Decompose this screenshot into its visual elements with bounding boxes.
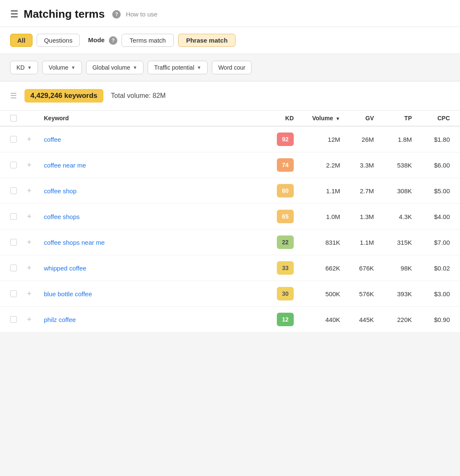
volume-cell: 2.2M [294, 162, 340, 169]
keyword-link[interactable]: blue bottle coffee [44, 290, 92, 298]
gv-cell: 26M [340, 136, 374, 143]
table-row: + coffee shops near me 22 831K 1.1M 315K… [0, 230, 460, 255]
tp-cell: 538K [374, 162, 412, 169]
row-checkbox[interactable] [10, 162, 27, 168]
page-title: Matching terms [24, 8, 105, 21]
volume-sort-arrow[interactable]: ▼ [336, 116, 340, 121]
keyword-count-badge: 4,429,246 keywords [24, 89, 103, 103]
kd-column-header: KD [256, 115, 294, 122]
keyword-table: Keyword KD Volume ▼ GV TP CPC + coffee 9… [0, 111, 460, 333]
how-to-use-link[interactable]: How to use [126, 11, 157, 18]
volume-filter[interactable]: Volume ▼ [42, 61, 82, 74]
cpc-cell: $3.00 [412, 290, 450, 298]
tp-cell: 308K [374, 187, 412, 195]
traffic-potential-dropdown-arrow: ▼ [197, 65, 201, 70]
add-keyword-icon[interactable]: + [27, 238, 44, 247]
row-checkbox[interactable] [10, 136, 27, 143]
row-checkbox[interactable] [10, 316, 27, 323]
tp-cell: 220K [374, 316, 412, 323]
add-keyword-icon[interactable]: + [27, 315, 44, 324]
add-keyword-icon[interactable]: + [27, 161, 44, 170]
kd-cell: 22 [256, 235, 294, 249]
kd-badge: 12 [277, 313, 294, 326]
cpc-cell: $4.00 [412, 213, 450, 220]
kd-badge: 92 [277, 133, 294, 146]
questions-button[interactable]: Questions [37, 34, 80, 47]
keyword-link[interactable]: coffee shops near me [44, 239, 105, 246]
summary-bar: ☰ 4,429,246 keywords Total volume: 82M [0, 81, 460, 111]
tp-column-header: TP [374, 115, 412, 122]
kd-cell: 92 [256, 133, 294, 146]
kd-badge: 74 [277, 158, 294, 172]
keyword-link[interactable]: coffee near me [44, 162, 86, 169]
keyword-link[interactable]: whipped coffee [44, 265, 87, 272]
terms-match-button[interactable]: Terms match [122, 34, 174, 47]
cpc-cell: $0.02 [412, 265, 450, 272]
table-header: Keyword KD Volume ▼ GV TP CPC [0, 111, 460, 127]
volume-cell: 1.1M [294, 187, 340, 195]
word-count-filter[interactable]: Word cour [212, 61, 252, 74]
kd-filter[interactable]: KD ▼ [10, 61, 38, 74]
tp-cell: 393K [374, 290, 412, 298]
kd-cell: 33 [256, 261, 294, 275]
phrase-match-button[interactable]: Phrase match [178, 34, 235, 47]
table-row: + philz coffee 12 440K 445K 220K $0.90 [0, 307, 460, 333]
kd-badge: 22 [277, 235, 294, 249]
cpc-cell: $6.00 [412, 162, 450, 169]
keyword-link[interactable]: coffee shop [44, 187, 76, 195]
kd-cell: 65 [256, 210, 294, 223]
table-row: + coffee near me 74 2.2M 3.3M 538K $6.00 [0, 152, 460, 178]
mode-help-icon[interactable]: ? [109, 36, 117, 45]
kd-badge: 33 [277, 261, 294, 275]
kd-badge: 65 [277, 210, 294, 223]
keyword-link[interactable]: philz coffee [44, 316, 76, 323]
volume-cell: 12M [294, 136, 340, 143]
select-all-checkbox[interactable] [10, 115, 27, 122]
table-row: + blue bottle coffee 30 500K 576K 393K $… [0, 281, 460, 307]
table-row: + coffee shops 65 1.0M 1.3M 4.3K $4.00 [0, 204, 460, 230]
help-icon[interactable]: ? [112, 10, 121, 19]
tp-cell: 315K [374, 239, 412, 246]
add-keyword-icon[interactable]: + [27, 264, 44, 273]
add-keyword-icon[interactable]: + [27, 187, 44, 195]
row-checkbox[interactable] [10, 213, 27, 220]
all-button[interactable]: All [10, 34, 32, 47]
keyword-column-header: Keyword [44, 115, 256, 122]
row-checkbox[interactable] [10, 187, 27, 194]
volume-cell: 440K [294, 316, 340, 323]
traffic-potential-filter[interactable]: Traffic potential ▼ [148, 61, 208, 74]
volume-cell: 500K [294, 290, 340, 298]
page-header: ☰ Matching terms ? How to use [0, 0, 460, 27]
global-volume-dropdown-arrow: ▼ [133, 65, 137, 70]
add-keyword-icon[interactable]: + [27, 135, 44, 144]
volume-dropdown-arrow: ▼ [71, 65, 76, 70]
volume-cell: 1.0M [294, 213, 340, 220]
gv-cell: 676K [340, 265, 374, 272]
gv-cell: 576K [340, 290, 374, 298]
cpc-cell: $0.90 [412, 316, 450, 323]
row-checkbox[interactable] [10, 239, 27, 246]
gv-cell: 3.3M [340, 162, 374, 169]
gv-column-header: GV [340, 115, 374, 122]
mode-label: Mode ? [88, 36, 117, 45]
table-body: + coffee 92 12M 26M 1.8M $1.80 + coffee … [0, 127, 460, 333]
row-checkbox[interactable] [10, 265, 27, 271]
column-filters: KD ▼ Volume ▼ Global volume ▼ Traffic po… [0, 54, 460, 81]
gv-cell: 445K [340, 316, 374, 323]
row-checkbox[interactable] [10, 290, 27, 297]
global-volume-filter[interactable]: Global volume ▼ [86, 61, 143, 74]
add-keyword-icon[interactable]: + [27, 212, 44, 221]
table-row: + coffee 92 12M 26M 1.8M $1.80 [0, 127, 460, 152]
total-volume: Total volume: 82M [111, 92, 166, 100]
cpc-column-header: CPC [412, 115, 450, 122]
keyword-link[interactable]: coffee [44, 136, 61, 143]
hamburger-icon[interactable]: ☰ [10, 9, 19, 20]
add-keyword-icon[interactable]: + [27, 289, 44, 298]
volume-cell: 831K [294, 239, 340, 246]
kd-cell: 30 [256, 287, 294, 300]
keyword-link[interactable]: coffee shops [44, 213, 80, 220]
table-row: + whipped coffee 33 662K 676K 98K $0.02 [0, 255, 460, 281]
tp-cell: 1.8M [374, 136, 412, 143]
kd-badge: 60 [277, 184, 294, 197]
volume-column-header: Volume ▼ [294, 115, 340, 122]
